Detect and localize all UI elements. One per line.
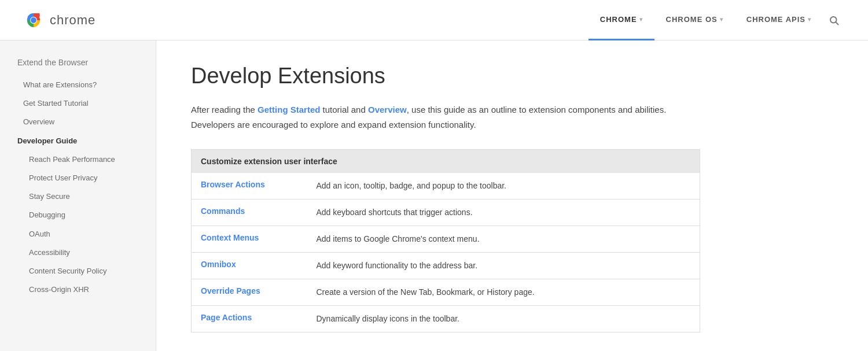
svg-point-2 — [31, 17, 36, 23]
table-header-cell: Customize extension user interface — [192, 150, 700, 173]
intro-between: tutorial and — [320, 105, 368, 114]
table-row-link[interactable]: Override Pages — [201, 286, 260, 295]
sidebar-item-protect-privacy[interactable]: Protect User Privacy — [0, 169, 156, 187]
sidebar-section-title: Extend the Browser — [0, 52, 156, 76]
intro-before-link1: After reading the — [191, 105, 258, 114]
table-row-description: Create a version of the New Tab, Bookmar… — [307, 279, 700, 306]
nav-chrome-label: CHROME — [600, 15, 637, 24]
table-row: Override PagesCreate a version of the Ne… — [192, 279, 700, 306]
sidebar-item-csp[interactable]: Content Security Policy — [0, 262, 156, 280]
nav-item-chrome-apis[interactable]: CHROME APIS ▾ — [735, 0, 823, 40]
sidebar-item-cross-origin[interactable]: Cross-Origin XHR — [0, 280, 156, 299]
nav-item-chrome-os[interactable]: CHROME OS ▾ — [654, 0, 735, 40]
getting-started-link[interactable]: Getting Started — [258, 105, 320, 114]
intro-paragraph: After reading the Getting Started tutori… — [191, 102, 700, 132]
table-row-link[interactable]: Context Menus — [201, 233, 259, 242]
customize-ui-table: Customize extension user interface Brows… — [191, 149, 700, 332]
main-content: Develop Extensions After reading the Get… — [156, 40, 735, 351]
main-nav: CHROME ▾ CHROME OS ▾ CHROME APIS ▾ — [589, 0, 845, 40]
sidebar-item-get-started[interactable]: Get Started Tutorial — [0, 94, 156, 113]
nav-chromeos-label: CHROME OS — [666, 15, 718, 24]
table-row-description: Dynamically display icons in the toolbar… — [307, 306, 700, 332]
sidebar-item-developer-guide[interactable]: Developer Guide — [0, 132, 156, 150]
logo-text: chrome — [50, 13, 95, 28]
chevron-down-icon: ▾ — [639, 16, 643, 23]
page-title: Develop Extensions — [191, 64, 700, 88]
table-row: Context MenusAdd items to Google Chrome'… — [192, 226, 700, 253]
table-row-description: Add keyboard shortcuts that trigger acti… — [307, 199, 700, 226]
sidebar-item-debugging[interactable]: Debugging — [0, 206, 156, 224]
sidebar-item-overview[interactable]: Overview — [0, 113, 156, 131]
search-icon — [829, 15, 839, 25]
chevron-down-icon: ▾ — [808, 16, 811, 23]
nav-chromeapis-label: CHROME APIS — [746, 15, 806, 24]
table-row-link[interactable]: Commands — [201, 206, 245, 216]
overview-link[interactable]: Overview — [368, 105, 407, 114]
logo-area: chrome — [23, 10, 95, 31]
nav-item-chrome[interactable]: CHROME ▾ — [589, 0, 654, 40]
table-row-link[interactable]: Browser Actions — [201, 180, 265, 189]
sidebar-item-what-are-extensions[interactable]: What are Extensions? — [0, 76, 156, 94]
header: chrome CHROME ▾ CHROME OS ▾ CHROME APIS … — [0, 0, 868, 40]
table-row-description: Add items to Google Chrome's context men… — [307, 226, 700, 253]
sidebar: Extend the Browser What are Extensions? … — [0, 40, 156, 351]
table-row: Browser ActionsAdd an icon, tooltip, bad… — [192, 173, 700, 199]
table-row: CommandsAdd keyboard shortcuts that trig… — [192, 199, 700, 226]
sidebar-item-reach-peak[interactable]: Reach Peak Performance — [0, 150, 156, 169]
search-button[interactable] — [823, 0, 845, 40]
table-row-link[interactable]: Omnibox — [201, 260, 236, 269]
chevron-down-icon: ▾ — [720, 16, 723, 23]
sidebar-item-stay-secure[interactable]: Stay Secure — [0, 187, 156, 206]
table-row-description: Add keyword functionality to the address… — [307, 253, 700, 279]
table-row-link[interactable]: Page Actions — [201, 313, 252, 322]
sidebar-item-accessibility[interactable]: Accessibility — [0, 243, 156, 262]
table-row-description: Add an icon, tooltip, badge, and popup t… — [307, 173, 700, 199]
chrome-logo-icon — [23, 10, 44, 31]
table-row: OmniboxAdd keyword functionality to the … — [192, 253, 700, 279]
table-header-row: Customize extension user interface — [192, 150, 700, 173]
page-layout: Extend the Browser What are Extensions? … — [0, 40, 868, 351]
sidebar-item-oauth[interactable]: OAuth — [0, 225, 156, 243]
svg-line-4 — [836, 22, 838, 24]
table-row: Page ActionsDynamically display icons in… — [192, 306, 700, 332]
